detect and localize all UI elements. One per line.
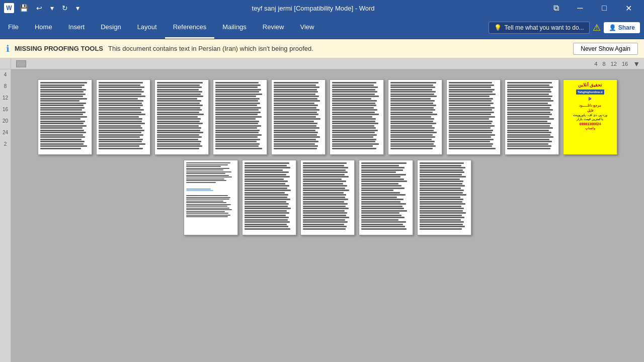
pages-row-1: تحقیق آنلاین Tahghighonline.ir 🏳 مرجع دا… bbox=[38, 79, 617, 155]
warning-icon: ⚠ bbox=[593, 22, 601, 33]
titlebar-title: teyf sanj jermi [Compatibility Mode] - W… bbox=[82, 5, 544, 12]
qat-redo-button[interactable]: ↻ bbox=[59, 2, 70, 14]
ruler-expand-icon[interactable]: ▼ bbox=[633, 60, 640, 68]
page-thumb-13[interactable] bbox=[300, 160, 355, 235]
minimize-button[interactable]: ─ bbox=[569, 0, 592, 16]
ad-site: Tahghighonline.ir bbox=[578, 90, 603, 94]
tab-references[interactable]: References bbox=[165, 16, 214, 39]
notification-message: This document contains text in Persian (… bbox=[108, 45, 313, 52]
document-area: 4 8 12 16 20 24 2 bbox=[0, 69, 644, 362]
ad-flag-icon: 🏳 bbox=[566, 97, 615, 102]
qat-save-button[interactable]: 💾 bbox=[17, 2, 31, 14]
page-thumb-6[interactable] bbox=[330, 79, 384, 155]
ad-desc3: ورد-پی دی اف - پاورپوینت bbox=[566, 113, 615, 117]
page-thumb-9[interactable] bbox=[505, 79, 559, 155]
notification-bar: ℹ MISSING PROOFING TOOLS This document c… bbox=[0, 39, 644, 58]
page-thumb-14[interactable] bbox=[359, 160, 413, 235]
share-label: Share bbox=[618, 24, 635, 31]
tab-home[interactable]: Home bbox=[27, 16, 60, 39]
titlebar-controls: ⧉ ─ □ ✕ bbox=[544, 0, 640, 16]
horizontal-ruler: 4 8 12 16 ▼ bbox=[0, 58, 644, 69]
vertical-ruler: 4 8 12 16 20 24 2 bbox=[0, 69, 11, 362]
page-thumb-1[interactable] bbox=[38, 79, 92, 155]
tell-me-text: Tell me what you want to do... bbox=[505, 24, 584, 31]
lightbulb-icon: 💡 bbox=[494, 24, 502, 31]
info-icon: ℹ bbox=[6, 43, 10, 54]
never-show-again-button[interactable]: Never Show Again bbox=[573, 43, 638, 55]
ribbon: File Home Insert Design Layout Reference… bbox=[0, 16, 644, 39]
tab-file[interactable]: File bbox=[0, 16, 27, 39]
share-icon: 👤 bbox=[609, 24, 616, 31]
page-thumb-3[interactable] bbox=[154, 79, 209, 155]
ad-phone: 09981366624 bbox=[566, 122, 615, 127]
page-thumb-11[interactable] bbox=[184, 160, 238, 235]
qat-undo-dropdown[interactable]: ▾ bbox=[48, 2, 56, 14]
tab-design[interactable]: Design bbox=[93, 16, 129, 39]
titlebar: W 💾 ↩ ▾ ↻ ▾ teyf sanj jermi [Compatibili… bbox=[0, 0, 644, 16]
page-thumb-5[interactable] bbox=[271, 79, 326, 155]
tell-me-box[interactable]: 💡 Tell me what you want to do... bbox=[489, 22, 590, 34]
qat-undo-button[interactable]: ↩ bbox=[34, 2, 45, 14]
tab-layout[interactable]: Layout bbox=[129, 16, 165, 39]
tab-insert[interactable]: Insert bbox=[60, 16, 93, 39]
ad-desc2: فایل bbox=[566, 108, 615, 113]
ad-title: تحقیق آنلاین bbox=[566, 82, 615, 88]
pages-row-2 bbox=[184, 160, 471, 235]
ribbon-right: 💡 Tell me what you want to do... ⚠ 👤 Sha… bbox=[489, 16, 644, 39]
close-button[interactable]: ✕ bbox=[617, 0, 640, 16]
page-thumb-8[interactable] bbox=[446, 79, 501, 155]
page-thumb-10-ad[interactable]: تحقیق آنلاین Tahghighonline.ir 🏳 مرجع دا… bbox=[563, 79, 617, 155]
pages-container: تحقیق آنلاین Tahghighonline.ir 🏳 مرجع دا… bbox=[11, 69, 644, 362]
titlebar-left: W 💾 ↩ ▾ ↻ ▾ bbox=[4, 2, 82, 14]
ad-logo: Tahghighonline.ir bbox=[576, 89, 604, 95]
tab-mailings[interactable]: Mailings bbox=[214, 16, 255, 39]
ruler-cursor[interactable] bbox=[16, 60, 26, 67]
ruler-numbers: 4 8 12 16 ▼ bbox=[594, 60, 640, 68]
ad-content: تحقیق آنلاین Tahghighonline.ir 🏳 مرجع دا… bbox=[564, 80, 617, 133]
page-thumb-2[interactable] bbox=[96, 79, 150, 155]
page-thumb-7[interactable] bbox=[388, 79, 442, 155]
maximize-button[interactable]: □ bbox=[593, 0, 616, 16]
page-thumb-12[interactable] bbox=[242, 160, 296, 235]
share-button[interactable]: 👤 Share bbox=[604, 22, 640, 33]
page-thumb-15[interactable] bbox=[417, 160, 471, 235]
ad-closing: واتساپ bbox=[566, 126, 615, 130]
word-icon: W bbox=[4, 3, 14, 13]
page-thumb-4[interactable] bbox=[213, 79, 267, 155]
notification-title: MISSING PROOFING TOOLS bbox=[15, 45, 103, 52]
qat-customize-button[interactable]: ▾ bbox=[73, 2, 82, 14]
restore-down-button[interactable]: ⧉ bbox=[544, 0, 568, 16]
tab-view[interactable]: View bbox=[292, 16, 322, 39]
ad-desc4: با کمترین قیمت بازار bbox=[566, 117, 615, 121]
tab-review[interactable]: Review bbox=[255, 16, 292, 39]
ad-desc1: مرجع دانلـــــود bbox=[566, 103, 615, 108]
